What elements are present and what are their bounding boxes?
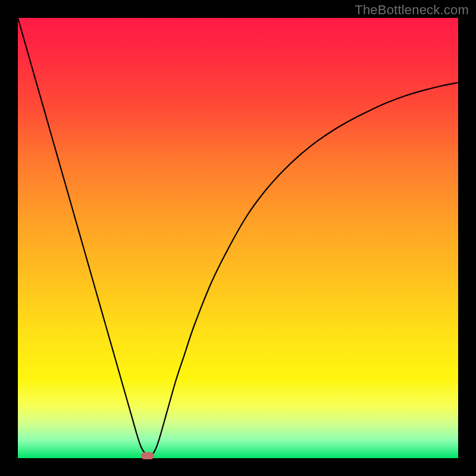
chart-plot-area [18, 18, 458, 458]
min-marker [141, 452, 154, 459]
watermark-text: TheBottleneck.com [355, 2, 469, 18]
chart-frame: TheBottleneck.com [0, 0, 476, 476]
bottleneck-curve [18, 18, 458, 458]
curve-path [18, 18, 458, 456]
